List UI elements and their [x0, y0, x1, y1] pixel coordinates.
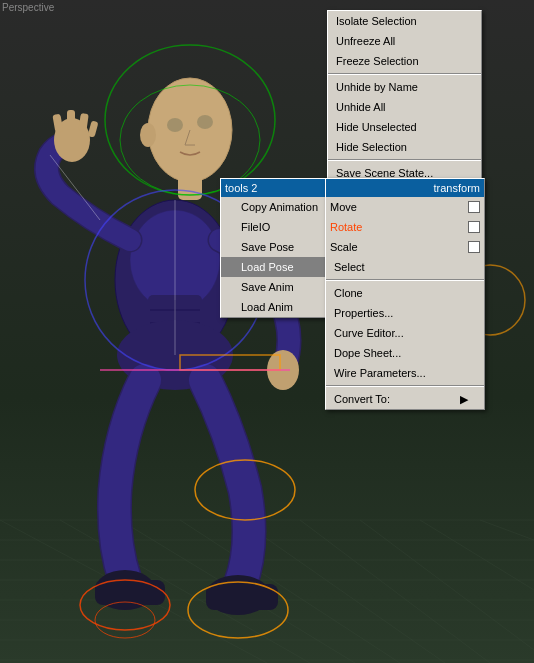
menu-item-freeze-selection[interactable]: Freeze Selection	[328, 51, 481, 71]
menu-item-scale[interactable]: Scale	[326, 237, 484, 257]
svg-line-13	[300, 520, 490, 663]
menu-item-unhide-by-name[interactable]: Unhide by Name	[328, 77, 481, 97]
menu-item-hide-unselected[interactable]: Hide Unselected	[328, 117, 481, 137]
rotate-checkbox[interactable]	[468, 221, 480, 233]
scale-label: Scale	[330, 239, 358, 255]
svg-line-15	[420, 520, 534, 590]
move-label: Move	[330, 199, 357, 215]
menu-item-dope-sheet[interactable]: Dope Sheet...	[326, 343, 484, 363]
convert-to-arrow-icon: ▶	[460, 391, 468, 407]
svg-point-28	[140, 123, 156, 147]
menu-item-properties[interactable]: Properties...	[326, 303, 484, 323]
menu-item-hide-selection[interactable]: Hide Selection	[328, 137, 481, 157]
tools-header-left: tools 2	[225, 180, 257, 196]
svg-rect-34	[88, 120, 99, 137]
svg-rect-32	[67, 110, 75, 130]
menu-item-convert-to[interactable]: Convert To: ▶	[326, 389, 484, 409]
convert-to-label: Convert To:	[334, 391, 390, 407]
menu-item-rotate[interactable]: Rotate	[326, 217, 484, 237]
svg-point-27	[197, 115, 213, 129]
menu-item-select[interactable]: Select	[326, 257, 484, 277]
menu-item-curve-editor[interactable]: Curve Editor...	[326, 323, 484, 343]
menu-item-clone[interactable]: Clone	[326, 283, 484, 303]
rotate-label: Rotate	[330, 219, 362, 235]
transform-sep-1	[326, 279, 484, 281]
menu-item-isolate-selection[interactable]: Isolate Selection	[328, 11, 481, 31]
move-checkbox[interactable]	[468, 201, 480, 213]
menu-separator-1	[328, 73, 481, 75]
menu-item-unhide-all[interactable]: Unhide All	[328, 97, 481, 117]
menu-item-move[interactable]: Move	[326, 197, 484, 217]
menu-separator-2	[328, 159, 481, 161]
svg-rect-31	[52, 114, 63, 133]
svg-rect-38	[95, 580, 165, 605]
transform-header: transform	[326, 179, 484, 197]
menu-item-unfreeze-all[interactable]: Unfreeze All	[328, 31, 481, 51]
menu-item-wire-parameters[interactable]: Wire Parameters...	[326, 363, 484, 383]
svg-point-26	[167, 118, 183, 132]
scale-checkbox[interactable]	[468, 241, 480, 253]
svg-line-16	[480, 520, 534, 540]
transform-sep-2	[326, 385, 484, 387]
transform-submenu: transform Move Rotate Scale Select Clone…	[325, 178, 485, 410]
viewport-label: Perspective	[2, 2, 54, 13]
